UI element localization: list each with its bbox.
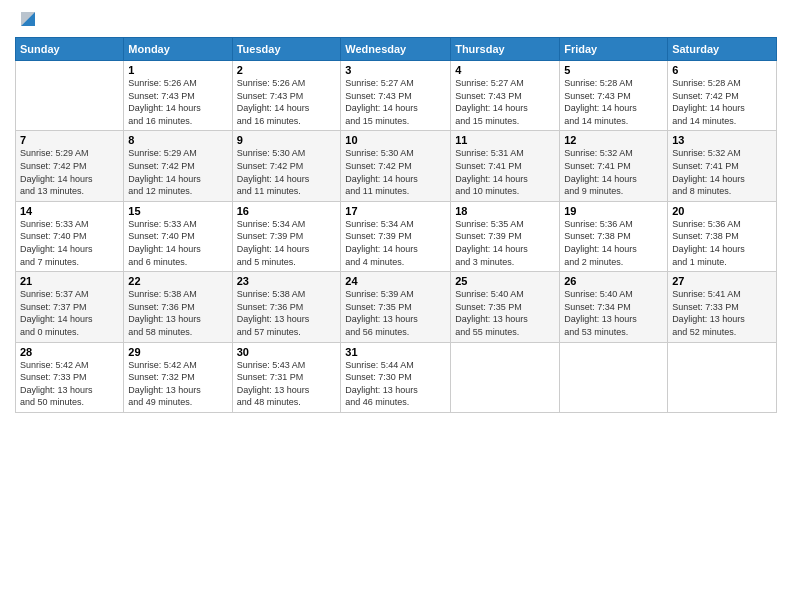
day-info: Sunrise: 5:26 AM Sunset: 7:43 PM Dayligh… (237, 77, 337, 127)
day-number: 7 (20, 134, 119, 146)
day-number: 20 (672, 205, 772, 217)
day-number: 2 (237, 64, 337, 76)
calendar-cell: 3Sunrise: 5:27 AM Sunset: 7:43 PM Daylig… (341, 61, 451, 131)
day-info: Sunrise: 5:41 AM Sunset: 7:33 PM Dayligh… (672, 288, 772, 338)
day-number: 24 (345, 275, 446, 287)
calendar-cell: 15Sunrise: 5:33 AM Sunset: 7:40 PM Dayli… (124, 201, 232, 271)
day-info: Sunrise: 5:30 AM Sunset: 7:42 PM Dayligh… (345, 147, 446, 197)
page: SundayMondayTuesdayWednesdayThursdayFrid… (0, 0, 792, 612)
calendar-cell: 16Sunrise: 5:34 AM Sunset: 7:39 PM Dayli… (232, 201, 341, 271)
day-number: 29 (128, 346, 227, 358)
calendar-week-row: 28Sunrise: 5:42 AM Sunset: 7:33 PM Dayli… (16, 342, 777, 412)
day-number: 13 (672, 134, 772, 146)
day-info: Sunrise: 5:40 AM Sunset: 7:34 PM Dayligh… (564, 288, 663, 338)
day-info: Sunrise: 5:33 AM Sunset: 7:40 PM Dayligh… (128, 218, 227, 268)
day-info: Sunrise: 5:28 AM Sunset: 7:42 PM Dayligh… (672, 77, 772, 127)
day-number: 19 (564, 205, 663, 217)
day-number: 9 (237, 134, 337, 146)
day-number: 31 (345, 346, 446, 358)
day-info: Sunrise: 5:36 AM Sunset: 7:38 PM Dayligh… (564, 218, 663, 268)
day-info: Sunrise: 5:38 AM Sunset: 7:36 PM Dayligh… (128, 288, 227, 338)
day-info: Sunrise: 5:37 AM Sunset: 7:37 PM Dayligh… (20, 288, 119, 338)
calendar-cell: 28Sunrise: 5:42 AM Sunset: 7:33 PM Dayli… (16, 342, 124, 412)
day-number: 16 (237, 205, 337, 217)
day-info: Sunrise: 5:38 AM Sunset: 7:36 PM Dayligh… (237, 288, 337, 338)
day-info: Sunrise: 5:29 AM Sunset: 7:42 PM Dayligh… (20, 147, 119, 197)
calendar-cell: 11Sunrise: 5:31 AM Sunset: 7:41 PM Dayli… (451, 131, 560, 201)
day-info: Sunrise: 5:39 AM Sunset: 7:35 PM Dayligh… (345, 288, 446, 338)
calendar-cell: 27Sunrise: 5:41 AM Sunset: 7:33 PM Dayli… (668, 272, 777, 342)
calendar-cell: 4Sunrise: 5:27 AM Sunset: 7:43 PM Daylig… (451, 61, 560, 131)
weekday-header-row: SundayMondayTuesdayWednesdayThursdayFrid… (16, 38, 777, 61)
day-info: Sunrise: 5:29 AM Sunset: 7:42 PM Dayligh… (128, 147, 227, 197)
day-info: Sunrise: 5:27 AM Sunset: 7:43 PM Dayligh… (455, 77, 555, 127)
day-number: 25 (455, 275, 555, 287)
calendar-cell: 23Sunrise: 5:38 AM Sunset: 7:36 PM Dayli… (232, 272, 341, 342)
day-number: 5 (564, 64, 663, 76)
day-info: Sunrise: 5:32 AM Sunset: 7:41 PM Dayligh… (564, 147, 663, 197)
calendar-cell: 17Sunrise: 5:34 AM Sunset: 7:39 PM Dayli… (341, 201, 451, 271)
day-number: 27 (672, 275, 772, 287)
calendar-week-row: 1Sunrise: 5:26 AM Sunset: 7:43 PM Daylig… (16, 61, 777, 131)
calendar-cell (16, 61, 124, 131)
calendar-cell: 2Sunrise: 5:26 AM Sunset: 7:43 PM Daylig… (232, 61, 341, 131)
weekday-header: Sunday (16, 38, 124, 61)
day-info: Sunrise: 5:30 AM Sunset: 7:42 PM Dayligh… (237, 147, 337, 197)
calendar-cell (668, 342, 777, 412)
calendar-week-row: 7Sunrise: 5:29 AM Sunset: 7:42 PM Daylig… (16, 131, 777, 201)
calendar-cell: 12Sunrise: 5:32 AM Sunset: 7:41 PM Dayli… (560, 131, 668, 201)
day-info: Sunrise: 5:26 AM Sunset: 7:43 PM Dayligh… (128, 77, 227, 127)
logo-icon (17, 6, 39, 28)
day-number: 3 (345, 64, 446, 76)
day-number: 23 (237, 275, 337, 287)
day-number: 10 (345, 134, 446, 146)
weekday-header: Thursday (451, 38, 560, 61)
day-number: 1 (128, 64, 227, 76)
weekday-header: Tuesday (232, 38, 341, 61)
calendar-cell: 19Sunrise: 5:36 AM Sunset: 7:38 PM Dayli… (560, 201, 668, 271)
logo (15, 10, 39, 31)
day-number: 30 (237, 346, 337, 358)
calendar-cell: 30Sunrise: 5:43 AM Sunset: 7:31 PM Dayli… (232, 342, 341, 412)
calendar-cell: 5Sunrise: 5:28 AM Sunset: 7:43 PM Daylig… (560, 61, 668, 131)
calendar-cell: 1Sunrise: 5:26 AM Sunset: 7:43 PM Daylig… (124, 61, 232, 131)
header (15, 10, 777, 31)
calendar-cell: 18Sunrise: 5:35 AM Sunset: 7:39 PM Dayli… (451, 201, 560, 271)
calendar-week-row: 21Sunrise: 5:37 AM Sunset: 7:37 PM Dayli… (16, 272, 777, 342)
calendar-cell: 21Sunrise: 5:37 AM Sunset: 7:37 PM Dayli… (16, 272, 124, 342)
day-number: 28 (20, 346, 119, 358)
calendar-cell: 25Sunrise: 5:40 AM Sunset: 7:35 PM Dayli… (451, 272, 560, 342)
day-number: 17 (345, 205, 446, 217)
day-number: 21 (20, 275, 119, 287)
calendar-cell (451, 342, 560, 412)
calendar-cell: 8Sunrise: 5:29 AM Sunset: 7:42 PM Daylig… (124, 131, 232, 201)
weekday-header: Saturday (668, 38, 777, 61)
day-number: 8 (128, 134, 227, 146)
day-info: Sunrise: 5:40 AM Sunset: 7:35 PM Dayligh… (455, 288, 555, 338)
day-info: Sunrise: 5:36 AM Sunset: 7:38 PM Dayligh… (672, 218, 772, 268)
calendar-cell (560, 342, 668, 412)
calendar-cell: 31Sunrise: 5:44 AM Sunset: 7:30 PM Dayli… (341, 342, 451, 412)
calendar-cell: 29Sunrise: 5:42 AM Sunset: 7:32 PM Dayli… (124, 342, 232, 412)
calendar-cell: 6Sunrise: 5:28 AM Sunset: 7:42 PM Daylig… (668, 61, 777, 131)
day-info: Sunrise: 5:42 AM Sunset: 7:33 PM Dayligh… (20, 359, 119, 409)
day-info: Sunrise: 5:33 AM Sunset: 7:40 PM Dayligh… (20, 218, 119, 268)
weekday-header: Wednesday (341, 38, 451, 61)
weekday-header: Friday (560, 38, 668, 61)
day-info: Sunrise: 5:42 AM Sunset: 7:32 PM Dayligh… (128, 359, 227, 409)
calendar-table: SundayMondayTuesdayWednesdayThursdayFrid… (15, 37, 777, 413)
weekday-header: Monday (124, 38, 232, 61)
day-info: Sunrise: 5:28 AM Sunset: 7:43 PM Dayligh… (564, 77, 663, 127)
calendar-cell: 13Sunrise: 5:32 AM Sunset: 7:41 PM Dayli… (668, 131, 777, 201)
day-number: 11 (455, 134, 555, 146)
calendar-cell: 20Sunrise: 5:36 AM Sunset: 7:38 PM Dayli… (668, 201, 777, 271)
day-info: Sunrise: 5:44 AM Sunset: 7:30 PM Dayligh… (345, 359, 446, 409)
day-info: Sunrise: 5:32 AM Sunset: 7:41 PM Dayligh… (672, 147, 772, 197)
day-number: 18 (455, 205, 555, 217)
day-info: Sunrise: 5:27 AM Sunset: 7:43 PM Dayligh… (345, 77, 446, 127)
day-number: 26 (564, 275, 663, 287)
day-info: Sunrise: 5:31 AM Sunset: 7:41 PM Dayligh… (455, 147, 555, 197)
day-number: 22 (128, 275, 227, 287)
day-number: 14 (20, 205, 119, 217)
day-info: Sunrise: 5:34 AM Sunset: 7:39 PM Dayligh… (237, 218, 337, 268)
